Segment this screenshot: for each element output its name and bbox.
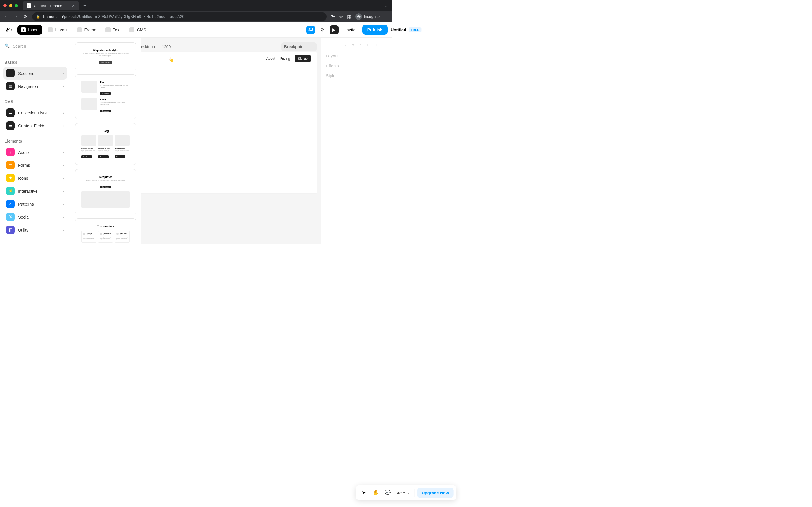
- distribute-h-icon[interactable]: ⦀: [373, 42, 379, 48]
- nav-link-about[interactable]: About: [266, 57, 275, 61]
- back-button[interactable]: ←: [3, 14, 9, 19]
- canvas-header: esktop▾ 1200 Breakpoint +: [141, 42, 317, 51]
- profile-badge[interactable]: 🕶 Incognito: [355, 13, 380, 20]
- window-maximize[interactable]: [15, 4, 18, 7]
- placeholder-image: [82, 98, 97, 110]
- section-card-templates[interactable]: Templates Browse dozens of professionall…: [75, 169, 136, 214]
- panel-layout-header: Layout: [326, 54, 387, 58]
- chevron-right-icon: ›: [63, 84, 64, 89]
- placeholder-image: [82, 191, 130, 208]
- star-icon: ★: [6, 174, 15, 182]
- sidebar-item-icons[interactable]: ★ Icons ›: [3, 172, 67, 184]
- app-menu-button[interactable]: 𝑭 ▾: [4, 25, 15, 34]
- new-tab-button[interactable]: +: [81, 3, 89, 9]
- bolt-icon: ⚡: [6, 187, 15, 195]
- sidebar-item-navigation[interactable]: ▤ Navigation ›: [3, 80, 67, 93]
- align-center-v-icon[interactable]: ⫱: [357, 42, 364, 48]
- audio-icon: ♪: [6, 148, 15, 156]
- section-card-hero[interactable]: Ship sites with style. Go from design to…: [75, 42, 136, 70]
- frame-icon: [77, 27, 82, 33]
- canvas[interactable]: esktop▾ 1200 Breakpoint + About Pricing …: [141, 38, 321, 244]
- tab-bar: F Untitled – Framer ✕ + ⌄: [0, 0, 392, 11]
- sidebar-item-forms[interactable]: ▭ Forms ›: [3, 159, 67, 172]
- browser-chrome: F Untitled – Framer ✕ + ⌄ ← → ⟳ 🔒 framer…: [0, 0, 392, 22]
- text-tool[interactable]: Text: [102, 25, 124, 35]
- sidebar-item-sections[interactable]: ▭ Sections ›: [3, 67, 67, 80]
- align-top-icon[interactable]: ⊓: [350, 42, 356, 48]
- user-avatar[interactable]: SJ: [306, 25, 315, 34]
- chevron-right-icon: ›: [63, 202, 64, 206]
- bookmark-icon[interactable]: ☆: [339, 14, 343, 19]
- sidebar-item-collection-lists[interactable]: ≣ Collection Lists ›: [3, 106, 67, 119]
- framer-logo-icon: 𝑭: [6, 27, 10, 33]
- workspace: 🔍 Search Basics ▭ Sections › ▤ Navigatio…: [0, 38, 392, 244]
- insert-tool[interactable]: +Insert: [17, 25, 42, 35]
- canvas-width: 1200: [162, 45, 170, 49]
- sidebar-item-audio[interactable]: ♪ Audio ›: [3, 146, 67, 159]
- sidebar-item-patterns[interactable]: ✓ Patterns ›: [3, 198, 67, 210]
- publish-button[interactable]: Publish: [362, 25, 388, 35]
- incognito-eye-icon[interactable]: 👁: [331, 14, 335, 19]
- chevron-right-icon: ›: [63, 215, 64, 219]
- chevron-right-icon: ›: [63, 189, 64, 193]
- properties-panel: ⊏ ⫲ ⊐ ⊓ ⫱ ⊔ ⦀ ≡ Layout Effects Styles: [321, 38, 392, 244]
- reload-button[interactable]: ⟳: [22, 14, 28, 19]
- traffic-lights: [3, 4, 18, 7]
- window-close[interactable]: [3, 4, 7, 7]
- align-right-icon[interactable]: ⊐: [342, 42, 348, 48]
- search-icon: 🔍: [4, 43, 10, 48]
- chevron-right-icon: ›: [63, 228, 64, 232]
- chevron-down-icon: ▾: [154, 45, 155, 48]
- doc-title[interactable]: Untitled FREE: [391, 27, 392, 33]
- window-minimize[interactable]: [9, 4, 12, 7]
- placeholder-image: [82, 81, 97, 93]
- search-input[interactable]: 🔍 Search: [3, 42, 67, 50]
- url-field[interactable]: 🔒 framer.com/projects/Untitled--mZ98oDWa…: [32, 12, 327, 21]
- chevron-right-icon: ›: [63, 150, 64, 154]
- chevron-right-icon: ›: [63, 71, 64, 75]
- sidebar-item-interactive[interactable]: ⚡ Interactive ›: [3, 184, 67, 198]
- browser-tab[interactable]: F Untitled – Framer ✕: [22, 1, 79, 10]
- nav-link-pricing[interactable]: Pricing: [280, 57, 290, 61]
- incognito-icon: 🕶: [355, 13, 362, 20]
- invite-button[interactable]: Invite: [342, 25, 359, 34]
- tab-close-icon[interactable]: ✕: [72, 4, 75, 8]
- forward-button[interactable]: →: [13, 14, 18, 19]
- settings-button[interactable]: ⚙: [318, 25, 327, 34]
- preview-button[interactable]: ▶: [329, 25, 339, 34]
- check-icon: ✓: [6, 200, 15, 208]
- sidebar-item-social[interactable]: 𝕏 Social ›: [3, 210, 67, 223]
- layout-tool[interactable]: Layout: [45, 25, 71, 35]
- align-bottom-icon[interactable]: ⊔: [365, 42, 371, 48]
- section-card-blog[interactable]: Blog Scaling Your SiteLearn how to scale…: [75, 123, 136, 165]
- section-card-features[interactable]: Fast You've never made a website this fa…: [75, 74, 136, 119]
- menu-icon[interactable]: ⋮: [384, 14, 388, 19]
- group-cms: CMS: [3, 97, 67, 106]
- app-toolbar: 𝑭 ▾ +Insert Layout Frame Text CMS Untitl…: [0, 22, 392, 38]
- chevron-right-icon: ›: [63, 124, 64, 128]
- twitter-icon: 𝕏: [6, 213, 15, 221]
- sidebar-item-utility[interactable]: ◧ Utility ›: [3, 223, 67, 236]
- sections-icon: ▭: [6, 69, 15, 77]
- page-frame[interactable]: About Pricing Signup: [141, 52, 317, 193]
- nav-signup-button[interactable]: Signup: [295, 55, 311, 62]
- url-text: framer.com/projects/Untitled--mZ98oDWaPJ…: [43, 14, 186, 19]
- extensions-icon[interactable]: ▦: [347, 14, 351, 19]
- panel-styles-header: Styles: [326, 73, 387, 78]
- cms-tool[interactable]: CMS: [126, 25, 149, 35]
- frame-tool[interactable]: Frame: [73, 25, 100, 35]
- align-left-icon[interactable]: ⊏: [326, 42, 332, 48]
- chevron-right-icon: ›: [63, 163, 64, 167]
- add-breakpoint-button[interactable]: +: [308, 44, 314, 50]
- plus-icon: +: [21, 27, 26, 33]
- text-icon: [105, 27, 110, 33]
- tab-overflow-icon[interactable]: ⌄: [385, 3, 388, 8]
- breakpoint-selector[interactable]: esktop▾: [141, 45, 155, 49]
- layout-icon: [48, 27, 53, 33]
- lock-icon: 🔒: [36, 15, 40, 18]
- distribute-v-icon[interactable]: ≡: [381, 42, 387, 48]
- align-center-h-icon[interactable]: ⫲: [334, 42, 340, 48]
- group-elements: Elements: [3, 136, 67, 146]
- section-card-testimonials[interactable]: Testimonials Eva Elle@evaelleThank you f…: [75, 218, 136, 244]
- sidebar-item-content-fields[interactable]: ☰ Content Fields ›: [3, 119, 67, 132]
